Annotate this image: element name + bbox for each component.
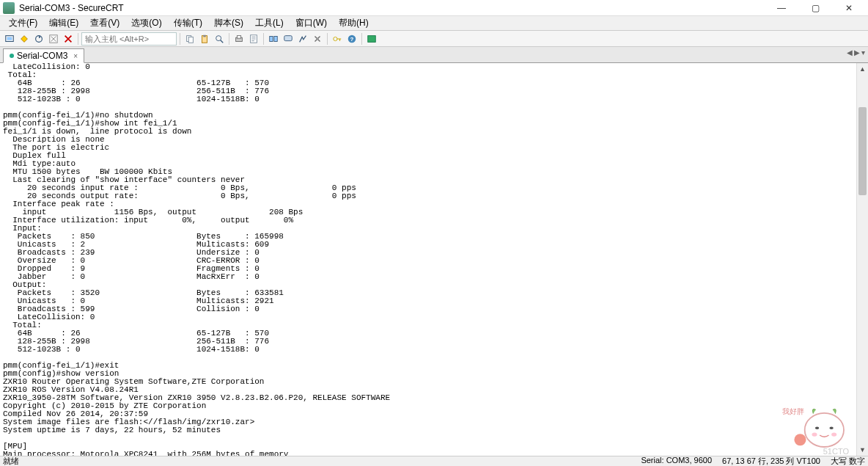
svg-rect-7 bbox=[203, 34, 206, 37]
tab-next-icon[interactable]: ▶ bbox=[854, 48, 860, 57]
svg-rect-12 bbox=[270, 36, 273, 41]
svg-rect-1 bbox=[7, 37, 12, 40]
tab-nav: ◀ ▶ ▾ bbox=[847, 48, 865, 57]
separator bbox=[361, 33, 362, 45]
tabbar: Serial-COM3 × ◀ ▶ ▾ bbox=[0, 47, 868, 63]
scrollbar[interactable]: ▲ ▼ bbox=[856, 63, 868, 456]
status-ready: 就绪 bbox=[3, 456, 641, 466]
menu-tools[interactable]: 工具(L) bbox=[249, 15, 290, 31]
maximize-button[interactable]: ▢ bbox=[805, 1, 825, 15]
scroll-thumb[interactable] bbox=[858, 107, 867, 195]
host-input[interactable] bbox=[81, 32, 177, 45]
window-controls: — ▢ ✕ bbox=[771, 1, 865, 15]
status-position: 67, 13 67 行, 235 列 VT100 bbox=[722, 456, 820, 466]
tab-menu-icon[interactable]: ▾ bbox=[861, 48, 865, 57]
svg-rect-19 bbox=[368, 35, 376, 42]
separator bbox=[78, 33, 78, 45]
svg-text:?: ? bbox=[350, 35, 354, 42]
scroll-down-icon[interactable]: ▼ bbox=[857, 444, 868, 456]
tab-close-icon[interactable]: × bbox=[73, 52, 78, 60]
connect-icon[interactable] bbox=[3, 32, 16, 45]
window-title: Serial-COM3 - SecureCRT bbox=[19, 3, 771, 13]
svg-point-8 bbox=[216, 35, 221, 40]
options-icon[interactable] bbox=[296, 32, 309, 45]
tools-icon[interactable] bbox=[311, 32, 324, 45]
tab-label: Serial-COM3 bbox=[17, 51, 67, 61]
print-icon[interactable] bbox=[232, 32, 246, 45]
session-icon[interactable] bbox=[267, 32, 280, 45]
chat-icon[interactable] bbox=[282, 32, 295, 45]
tab-status-icon bbox=[10, 54, 14, 58]
menu-options[interactable]: 选项(O) bbox=[125, 15, 167, 31]
disconnect-icon[interactable] bbox=[47, 32, 60, 45]
menubar: 文件(F) 编辑(E) 查看(V) 选项(O) 传输(T) 脚本(S) 工具(L… bbox=[0, 16, 868, 31]
tab-prev-icon[interactable]: ◀ bbox=[847, 48, 853, 57]
terminal-text: LateCollision: 0 Total: 64B : 26 65-127B… bbox=[3, 63, 390, 456]
svg-rect-5 bbox=[188, 37, 193, 43]
menu-window[interactable]: 窗口(W) bbox=[290, 15, 333, 31]
separator bbox=[180, 33, 180, 45]
svg-point-16 bbox=[334, 37, 337, 40]
svg-rect-10 bbox=[237, 35, 240, 38]
svg-rect-14 bbox=[284, 35, 293, 40]
close-button[interactable]: ✕ bbox=[839, 1, 859, 15]
toolbar: ? bbox=[0, 31, 868, 47]
menu-transfer[interactable]: 传输(T) bbox=[168, 15, 208, 31]
menu-edit[interactable]: 编辑(E) bbox=[43, 15, 84, 31]
menu-script[interactable]: 脚本(S) bbox=[208, 15, 249, 31]
titlebar: Serial-COM3 - SecureCRT — ▢ ✕ bbox=[0, 0, 868, 16]
separator bbox=[263, 33, 264, 45]
key-icon[interactable] bbox=[331, 32, 344, 45]
log-icon[interactable] bbox=[247, 32, 260, 45]
separator bbox=[327, 33, 328, 45]
menu-view[interactable]: 查看(V) bbox=[84, 15, 125, 31]
menu-help[interactable]: 帮助(H) bbox=[333, 15, 375, 31]
statusbar: 就绪 Serial: COM3, 9600 67, 13 67 行, 235 列… bbox=[0, 456, 868, 466]
find-icon[interactable] bbox=[213, 32, 226, 45]
menu-file[interactable]: 文件(F) bbox=[3, 15, 43, 31]
scroll-up-icon[interactable]: ▲ bbox=[857, 63, 868, 75]
terminal-output[interactable]: LateCollision: 0 Total: 64B : 26 65-127B… bbox=[0, 63, 856, 456]
tab-serial-com3[interactable]: Serial-COM3 × bbox=[3, 48, 84, 63]
svg-point-15 bbox=[316, 37, 319, 40]
reconnect-icon[interactable] bbox=[32, 32, 45, 45]
status-connection: Serial: COM3, 9600 bbox=[641, 456, 712, 466]
about-icon[interactable] bbox=[365, 32, 378, 45]
app-icon bbox=[3, 2, 15, 14]
minimize-button[interactable]: — bbox=[771, 1, 792, 15]
paste-icon[interactable] bbox=[198, 32, 211, 45]
copy-icon[interactable] bbox=[183, 32, 196, 45]
quick-connect-icon[interactable] bbox=[18, 32, 31, 45]
svg-rect-13 bbox=[274, 36, 277, 41]
help-icon[interactable]: ? bbox=[345, 32, 358, 45]
separator bbox=[229, 33, 229, 45]
cancel-icon[interactable] bbox=[62, 32, 75, 45]
status-caps: 大写 数字 bbox=[831, 456, 865, 466]
